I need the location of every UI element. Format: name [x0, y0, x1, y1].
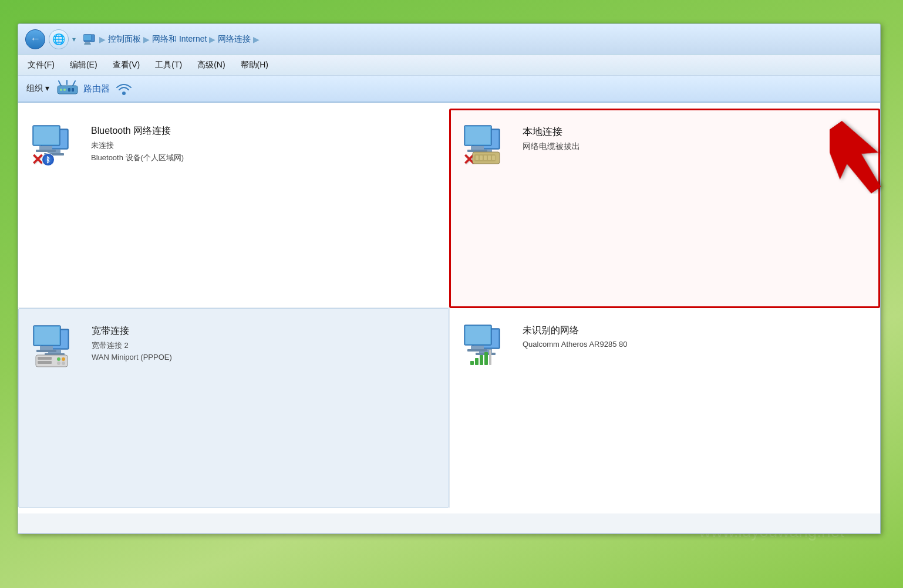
globe-button[interactable]: 🌐: [49, 29, 69, 49]
menu-advanced[interactable]: 高级(N): [196, 58, 226, 73]
unknown-title: 未识别的网络: [523, 325, 628, 337]
address-bar: ← 🌐 ▾ ▶ 控制面板 ▶ 网络和 Internet ▶ 网络连接 ▶: [18, 24, 880, 55]
broadband-card-info: 宽带连接 宽带连接 2 WAN Miniport (PPPOE): [92, 325, 172, 361]
path-separator-3: ▶: [209, 35, 215, 44]
svg-point-49: [57, 361, 60, 365]
globe-icon: 🌐: [52, 33, 65, 46]
path-item-1[interactable]: 控制面板: [108, 34, 141, 45]
svg-point-50: [62, 361, 65, 365]
bluetooth-card-icons: ✕ ᛒ: [32, 125, 80, 167]
path-item-3[interactable]: 网络连接: [218, 34, 251, 45]
svg-rect-11: [72, 88, 74, 92]
svg-rect-34: [488, 156, 491, 160]
svg-line-6: [73, 81, 75, 86]
svg-point-8: [60, 89, 62, 91]
svg-rect-60: [475, 358, 479, 365]
unknown-network-card[interactable]: 未识别的网络 Qualcomm Atheros AR9285 80: [449, 308, 880, 508]
svg-point-12: [122, 92, 126, 95]
organize-button[interactable]: 组织 ▾: [26, 83, 49, 94]
red-arrow-annotation: [830, 117, 888, 196]
toolbar-icon-group: 路由器: [56, 80, 133, 97]
svg-marker-64: [830, 117, 888, 194]
path-item-2[interactable]: 网络和 Internet: [152, 34, 207, 45]
svg-rect-63: [489, 350, 491, 365]
svg-rect-61: [480, 355, 483, 365]
address-computer-icon: [83, 33, 96, 46]
svg-point-9: [63, 89, 66, 91]
svg-rect-42: [40, 346, 53, 350]
svg-point-48: [62, 357, 65, 361]
back-button[interactable]: ←: [25, 29, 45, 49]
signal-bars-icon: [470, 349, 492, 366]
menu-tools[interactable]: 工具(T): [154, 58, 183, 73]
path-separator-1: ▶: [99, 35, 106, 44]
local-card-icons: ✕: [464, 125, 512, 167]
organize-label: 组织 ▾: [26, 83, 49, 94]
back-arrow-icon: ←: [30, 33, 41, 45]
svg-rect-56: [466, 326, 490, 344]
svg-rect-43: [36, 350, 56, 352]
menu-file[interactable]: 文件(F): [26, 58, 56, 73]
svg-rect-18: [34, 127, 59, 144]
unknown-detail: Qualcomm Atheros AR9285 80: [523, 340, 628, 349]
path-separator-2: ▶: [143, 35, 150, 44]
svg-rect-10: [68, 88, 70, 92]
svg-line-4: [59, 81, 61, 86]
svg-rect-3: [84, 43, 91, 45]
unknown-card-info: 未识别的网络 Qualcomm Atheros AR9285 80: [523, 325, 628, 349]
local-title: 本地连接: [523, 125, 580, 138]
broadband-connection-card[interactable]: 宽带连接 宽带连接 2 WAN Miniport (PPPOE): [18, 308, 449, 508]
router-label: 路由器: [83, 83, 110, 94]
menu-view[interactable]: 查看(V): [112, 58, 141, 73]
svg-rect-31: [476, 156, 479, 160]
local-card-info: 本地连接 网络电缆被拔出: [523, 125, 580, 152]
address-path: ▶ 控制面板 ▶ 网络和 Internet ▶ 网络连接 ▶: [99, 34, 873, 45]
ethernet-cable-icon: [472, 150, 500, 166]
bluetooth-title: Bluetooth 网络连接: [91, 125, 184, 137]
svg-rect-41: [35, 327, 59, 344]
wireless-icon: [114, 80, 133, 97]
wan-miniport-icon: [35, 354, 68, 367]
svg-rect-19: [39, 146, 52, 150]
svg-rect-45: [38, 357, 52, 360]
main-window: ← 🌐 ▾ ▶ 控制面板 ▶ 网络和 Internet ▶ 网络连接 ▶: [18, 23, 881, 534]
svg-rect-1: [83, 35, 92, 40]
broadband-title: 宽带连接: [92, 325, 172, 337]
red-arrow-svg: [830, 117, 888, 194]
nav-dropdown-button[interactable]: ▾: [72, 35, 76, 43]
menu-edit[interactable]: 编辑(E): [69, 58, 99, 73]
local-connection-card[interactable]: ✕ 本地连接 网络电缆被拔出: [449, 109, 880, 308]
menu-help[interactable]: 帮助(H): [240, 58, 269, 73]
svg-rect-59: [470, 361, 474, 365]
router-icon: [56, 80, 79, 97]
svg-point-47: [57, 357, 60, 361]
bluetooth-connection-card[interactable]: ✕ ᛒ Bluetooth 网络连接 未连接 Bluetooth 设备(个人区域…: [18, 109, 449, 308]
path-separator-4: ▶: [253, 35, 260, 44]
svg-rect-46: [38, 361, 52, 364]
svg-rect-62: [484, 352, 488, 365]
bluetooth-card-info: Bluetooth 网络连接 未连接 Bluetooth 设备(个人区域网): [91, 125, 184, 163]
svg-rect-32: [480, 156, 483, 160]
broadband-detail: WAN Miniport (PPPOE): [92, 353, 172, 361]
broadband-card-icons: [33, 325, 81, 367]
bluetooth-badge: ᛒ: [42, 153, 55, 166]
menu-bar: 文件(F) 编辑(E) 查看(V) 工具(T) 高级(N) 帮助(H): [18, 55, 880, 76]
unknown-card-icons: [464, 325, 512, 367]
svg-rect-35: [492, 156, 495, 160]
toolbar: 组织 ▾ 路由器: [18, 76, 880, 103]
svg-rect-26: [466, 127, 490, 144]
broadband-monitor-front: [33, 325, 68, 356]
bluetooth-status: 未连接: [91, 140, 184, 151]
bluetooth-detail: Bluetooth 设备(个人区域网): [91, 153, 184, 163]
broadband-status: 宽带连接 2: [92, 340, 172, 351]
svg-rect-33: [484, 156, 487, 160]
content-area: ✕ ᛒ Bluetooth 网络连接 未连接 Bluetooth 设备(个人区域…: [18, 103, 880, 513]
local-status: 网络电缆被拔出: [523, 141, 580, 152]
